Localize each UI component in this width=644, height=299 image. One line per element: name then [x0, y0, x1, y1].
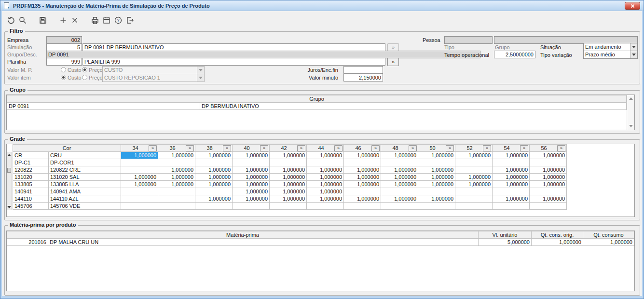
color-name-cell[interactable]: 140941 AMA: [49, 188, 121, 195]
planilha-number-field[interactable]: 999: [46, 58, 82, 66]
planilha-desc-field[interactable]: PLANILHA 999: [82, 58, 385, 66]
expand-size-column-button[interactable]: »: [520, 145, 528, 151]
grade-value-cell[interactable]: [158, 195, 195, 203]
grupo-desc-cell[interactable]: DP BERMUDA INATIVO: [200, 103, 627, 110]
simulacao-desc-field[interactable]: DP 0091 DP BERMUDA INATIVO: [82, 43, 385, 51]
grade-value-cell[interactable]: 1,000000: [195, 166, 233, 174]
grupo-row[interactable]: DP 0091DP BERMUDA INATIVO: [7, 103, 627, 110]
grade-value-cell[interactable]: 1,000000: [455, 181, 493, 188]
grade-value-cell[interactable]: [381, 188, 418, 195]
color-code-cell[interactable]: CR: [13, 152, 49, 159]
color-code-cell[interactable]: 140941: [13, 188, 49, 195]
scroll-up-icon[interactable]: [7, 154, 11, 156]
grade-value-cell[interactable]: [455, 159, 493, 166]
grade-value-cell[interactable]: 1,000000: [344, 181, 381, 188]
grade-value-cell[interactable]: 1,000000: [158, 181, 195, 188]
simulacao-number-field[interactable]: 5: [46, 43, 82, 51]
grade-value-cell[interactable]: [418, 159, 455, 166]
color-code-cell[interactable]: 120822: [13, 166, 49, 174]
grade-value-cell[interactable]: [158, 159, 195, 166]
grade-value-cell[interactable]: 1,000000: [418, 174, 455, 181]
grade-value-cell[interactable]: 1,000000: [493, 152, 530, 159]
grade-value-cell[interactable]: [121, 203, 158, 210]
grade-value-cell[interactable]: [195, 188, 233, 195]
grade-value-cell[interactable]: [158, 188, 195, 195]
scroll-down-icon[interactable]: [627, 122, 634, 130]
grade-value-cell[interactable]: 1,000000: [530, 166, 567, 174]
color-code-cell[interactable]: 144110: [13, 195, 49, 203]
expand-size-column-button[interactable]: »: [557, 145, 565, 151]
valor-mp-radio-preco[interactable]: [82, 67, 87, 72]
grade-value-cell[interactable]: [455, 195, 493, 203]
close-button[interactable]: [625, 2, 640, 10]
grade-value-cell[interactable]: [493, 203, 530, 210]
calendar-button[interactable]: [101, 14, 112, 26]
grade-value-cell[interactable]: [270, 203, 307, 210]
tipo-variacao-combo[interactable]: Prazo médio: [583, 51, 638, 59]
tempo-operacional-field[interactable]: 2,50000000: [494, 51, 535, 58]
grade-value-cell[interactable]: [381, 159, 418, 166]
materia-qt-cons-orig-cell[interactable]: 1,000000: [532, 239, 583, 246]
grade-value-cell[interactable]: 1,000000: [195, 181, 233, 188]
expand-size-column-button[interactable]: »: [483, 145, 491, 151]
grupo-desc-field[interactable]: DP 0091: [46, 51, 480, 58]
grade-value-cell[interactable]: 1,000000: [233, 166, 270, 174]
materia-vl-unitario-cell[interactable]: 5,000000: [479, 239, 532, 246]
grade-value-cell[interactable]: 1,000000: [233, 181, 270, 188]
color-name-cell[interactable]: 131020 SAL: [49, 174, 121, 181]
expand-size-column-button[interactable]: »: [260, 145, 268, 151]
grade-value-cell[interactable]: 1,000000: [418, 195, 455, 203]
grade-value-cell[interactable]: [121, 166, 158, 174]
grade-value-cell[interactable]: 1,000000: [121, 152, 158, 159]
grade-value-cell[interactable]: 1,000000: [158, 174, 195, 181]
empresa-field[interactable]: 002: [46, 36, 82, 44]
grade-value-cell[interactable]: 1,000000: [195, 174, 233, 181]
grade-row-scroll-strip[interactable]: [7, 152, 12, 210]
grade-value-cell[interactable]: 1,000000: [530, 195, 567, 203]
color-name-cell[interactable]: 120822 CRE: [49, 166, 121, 174]
grade-value-cell[interactable]: 1,000000: [195, 195, 233, 203]
grade-value-cell[interactable]: 1,000000: [381, 181, 418, 188]
grade-value-cell[interactable]: 1,000000: [344, 152, 381, 159]
grade-value-cell[interactable]: 1,000000: [381, 166, 418, 174]
color-code-cell[interactable]: DP-C1: [13, 159, 49, 166]
grade-value-cell[interactable]: [121, 195, 158, 203]
exit-button[interactable]: [124, 14, 136, 26]
planilha-lookup-button[interactable]: »: [387, 58, 399, 66]
grade-value-cell[interactable]: 1,000000: [270, 166, 307, 174]
grade-value-cell[interactable]: 1,000000: [233, 152, 270, 159]
grade-value-cell[interactable]: 1,000000: [270, 181, 307, 188]
grade-value-cell[interactable]: [455, 203, 493, 210]
grade-value-cell[interactable]: 1,000000: [307, 188, 344, 195]
help-button[interactable]: ?: [112, 14, 124, 26]
valor-item-radio-preco[interactable]: [82, 75, 87, 80]
grade-value-cell[interactable]: 1,000000: [418, 166, 455, 174]
expand-size-column-button[interactable]: »: [186, 145, 194, 151]
grade-value-cell[interactable]: [530, 159, 567, 166]
grade-value-cell[interactable]: [158, 203, 195, 210]
grade-value-cell[interactable]: 1,000000: [455, 152, 493, 159]
grupo-code-cell[interactable]: DP 0091: [7, 103, 200, 110]
grade-value-cell[interactable]: 1,000000: [530, 174, 567, 181]
expand-size-column-button[interactable]: »: [371, 145, 380, 151]
grade-value-cell[interactable]: [344, 159, 381, 166]
grade-value-cell[interactable]: 1,000000: [455, 174, 493, 181]
grade-value-cell[interactable]: 1,000000: [195, 152, 233, 159]
grade-value-cell[interactable]: 1,000000: [344, 195, 381, 203]
grade-value-cell[interactable]: [121, 159, 158, 166]
grade-value-cell[interactable]: 1,000000: [307, 152, 344, 159]
grade-value-cell[interactable]: 1,000000: [270, 174, 307, 181]
grade-value-cell[interactable]: 1,000000: [233, 188, 270, 195]
grade-value-cell[interactable]: 1,000000: [270, 195, 307, 203]
grade-value-cell[interactable]: 1,000000: [270, 188, 307, 195]
grade-value-cell[interactable]: 1,000000: [493, 181, 530, 188]
situacao-combo[interactable]: Em andamento: [583, 43, 638, 51]
grade-value-cell[interactable]: 1,000000: [493, 166, 530, 174]
grade-value-cell[interactable]: 1,000000: [493, 195, 530, 203]
refresh-button[interactable]: [5, 14, 17, 26]
grade-value-cell[interactable]: [307, 203, 344, 210]
grade-value-cell[interactable]: [381, 203, 418, 210]
grade-value-cell[interactable]: [418, 188, 455, 195]
grade-value-cell[interactable]: 1,000000: [344, 166, 381, 174]
color-name-cell[interactable]: DP-COR1: [49, 159, 121, 166]
